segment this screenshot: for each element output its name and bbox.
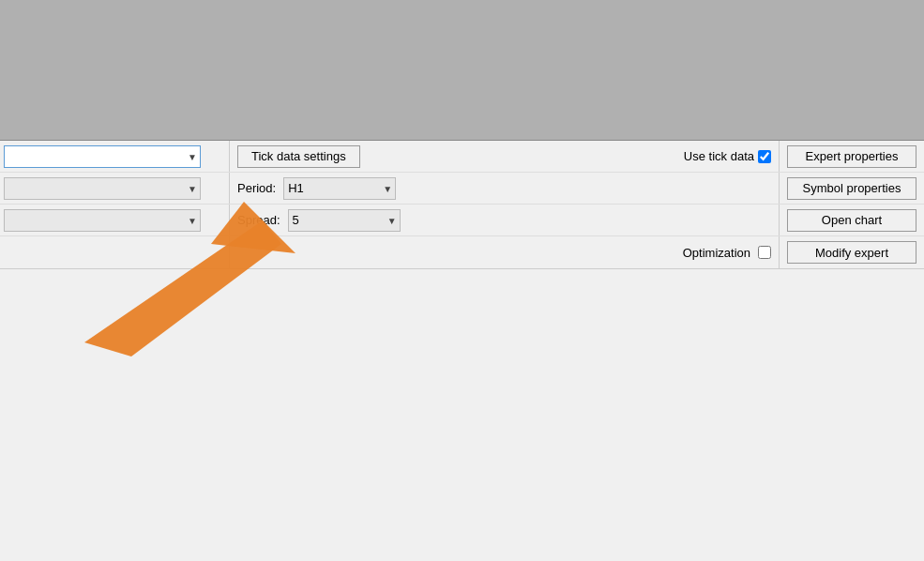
open-chart-button[interactable]: Open chart	[787, 209, 916, 232]
mid-col-1: Tick data settings Use tick data	[230, 141, 779, 172]
select-wrapper-3: ▼	[4, 209, 201, 232]
tick-data-settings-button[interactable]: Tick data settings	[237, 145, 360, 168]
left-col-1: ▼	[0, 141, 230, 172]
select-wrapper-1: ▼	[4, 145, 201, 168]
use-tick-data-group: Use tick data	[684, 149, 771, 163]
row-1: ▼ Tick data settings Use tick data Exper…	[0, 141, 924, 173]
use-tick-data-label: Use tick data	[684, 149, 754, 163]
row-4: Optimization Modify expert	[0, 236, 924, 268]
right-col-4: Modify expert	[779, 236, 924, 268]
period-dropdown[interactable]: H1 M1 M5 M15 M30 H4 D1	[283, 177, 396, 200]
dropdown-1[interactable]	[4, 145, 201, 168]
period-label: Period:	[237, 181, 276, 195]
row-3: ▼ Spread: 5 1 2 3 10 20 ▼	[0, 205, 924, 236]
optimization-checkbox[interactable]	[758, 246, 771, 259]
top-gray-area	[0, 0, 924, 141]
left-col-3: ▼	[0, 205, 230, 235]
mid-col-2: Period: H1 M1 M5 M15 M30 H4 D1 ▼	[230, 173, 779, 204]
main-area: ▼ Tick data settings Use tick data Exper…	[0, 141, 924, 561]
row-2: ▼ Period: H1 M1 M5 M15 M30 H4 D1 ▼	[0, 173, 924, 205]
spread-dropdown[interactable]: 5 1 2 3 10 20	[288, 209, 401, 232]
controls-strip: ▼ Tick data settings Use tick data Exper…	[0, 141, 924, 269]
left-col-4	[0, 236, 230, 268]
dropdown-2[interactable]	[4, 177, 201, 200]
mid-col-3: Spread: 5 1 2 3 10 20 ▼	[230, 205, 779, 235]
period-select-wrapper: H1 M1 M5 M15 M30 H4 D1 ▼	[283, 177, 396, 200]
left-col-2: ▼	[0, 173, 230, 204]
modify-expert-button[interactable]: Modify expert	[787, 241, 916, 264]
select-wrapper-2: ▼	[4, 177, 201, 200]
use-tick-data-checkbox[interactable]	[758, 150, 771, 163]
spread-select-wrapper: 5 1 2 3 10 20 ▼	[288, 209, 401, 232]
right-col-1: Expert properties	[779, 141, 924, 172]
symbol-properties-button[interactable]: Symbol properties	[787, 177, 916, 200]
expert-properties-button[interactable]: Expert properties	[787, 145, 916, 168]
optimization-label: Optimization	[683, 246, 750, 260]
right-col-2: Symbol properties	[779, 173, 924, 204]
dropdown-3[interactable]	[4, 209, 201, 232]
right-col-3: Open chart	[779, 205, 924, 235]
mid-col-4: Optimization	[230, 236, 779, 268]
spread-label: Spread:	[237, 213, 280, 227]
